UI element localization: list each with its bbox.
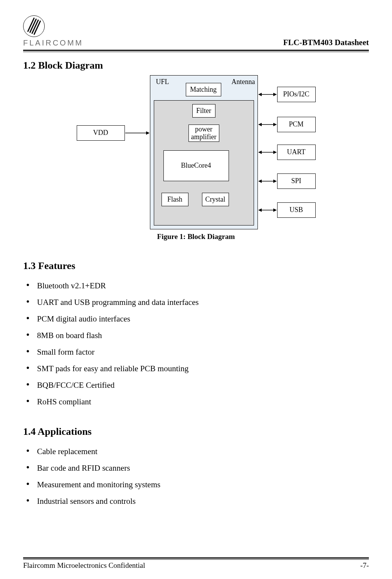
header-rule-thick: [23, 50, 369, 51]
footer-rule-thick: [23, 557, 369, 559]
block-diagram: UFL Antenna Matching Filter power amplif…: [77, 75, 316, 229]
features-list: Bluetooth v2.1+EDR UART and USB programm…: [23, 281, 369, 407]
block-usb: USB: [277, 202, 316, 218]
brand-name: FLAIRCOMM: [23, 39, 83, 47]
section-heading-features: 1.3 Features: [23, 260, 369, 272]
block-vdd: VDD: [77, 125, 125, 141]
header-rule-thin: [23, 52, 369, 52]
block-uart: UART: [277, 145, 316, 160]
application-item: Measurement and monitoring systems: [37, 480, 369, 490]
feature-item: RoHS compliant: [37, 397, 369, 407]
figure-caption: Figure 1: Block Diagram: [23, 232, 369, 241]
logo-mark-icon: [23, 15, 45, 37]
block-pios-i2c: PIOs/I2C: [277, 87, 316, 102]
application-item: Bar code and RFID scanners: [37, 463, 369, 473]
label-antenna: Antenna: [229, 78, 258, 86]
section-heading-applications: 1.4 Applications: [23, 426, 369, 438]
document-title: FLC-BTM403 Datasheet: [283, 38, 369, 47]
feature-item: SMT pads for easy and reliable PCB mount…: [37, 364, 369, 374]
page-header: FLAIRCOMM FLC-BTM403 Datasheet: [23, 15, 369, 47]
block-pcm: PCM: [277, 117, 316, 132]
footer-page-number: -7-: [360, 561, 369, 570]
page-footer: Flaircomm Microelectronics Confidential …: [23, 555, 369, 570]
feature-item: UART and USB programming and data interf…: [37, 298, 369, 307]
block-bluecore: BlueCore4: [163, 150, 229, 181]
footer-left: Flaircomm Microelectronics Confidential: [23, 561, 145, 570]
feature-item: PCM digital audio interfaces: [37, 314, 369, 324]
feature-item: Bluetooth v2.1+EDR: [37, 281, 369, 291]
block-flash: Flash: [162, 193, 188, 206]
block-filter: Filter: [192, 104, 215, 118]
feature-item: Small form factor: [37, 347, 369, 357]
application-item: Industrial sensors and controls: [37, 497, 369, 506]
block-crystal: Crystal: [202, 193, 229, 206]
application-item: Cable replacement: [37, 447, 369, 456]
label-ufl: UFL: [154, 78, 175, 86]
block-spi: SPI: [277, 173, 316, 189]
footer-rule-thin: [23, 559, 369, 560]
feature-item: 8MB on board flash: [37, 331, 369, 340]
section-heading-block-diagram: 1.2 Block Diagram: [23, 60, 369, 71]
feature-item: BQB/FCC/CE Certified: [37, 380, 369, 390]
applications-list: Cable replacement Bar code and RFID scan…: [23, 447, 369, 506]
company-logo: FLAIRCOMM: [23, 15, 83, 47]
block-matching: Matching: [186, 83, 221, 96]
block-power-amplifier: power amplifier: [188, 125, 219, 142]
